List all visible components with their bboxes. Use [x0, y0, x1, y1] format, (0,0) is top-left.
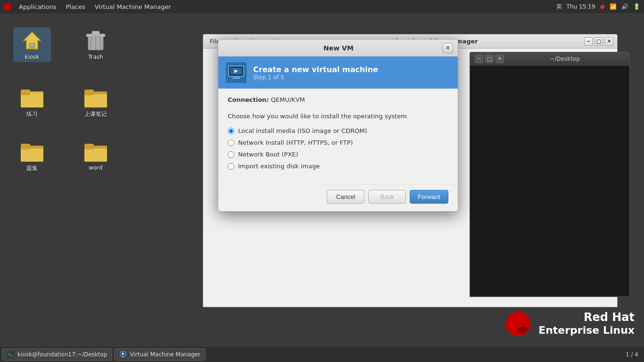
new-vm-dialog: New VM ✕ Create a new virtual machine St… — [218, 39, 458, 212]
home-icon — [21, 29, 43, 52]
redhat-logo: Red Hat Enterprise Linux — [504, 310, 635, 337]
taskbar: kiosk@foundation17:~/Desktop Virtual Mac… — [0, 347, 644, 362]
svg-rect-11 — [21, 94, 43, 107]
terminal-controls: ─ □ ✕ — [474, 55, 504, 63]
topbar-left: Applications Places Virtual Machine Mana… — [4, 2, 175, 11]
svg-rect-17 — [84, 91, 107, 93]
record-dot: ● — [600, 3, 605, 10]
step-subtitle: Step 1 of 5 — [253, 74, 378, 81]
svg-rect-31 — [232, 77, 240, 79]
terminal-minimize[interactable]: ─ — [475, 55, 483, 63]
topbar-right: 英 Thu 15:19 ● 📶 🔊 🔋 — [556, 3, 640, 11]
taskbar-terminal[interactable]: kiosk@foundation17:~/Desktop — [2, 348, 112, 361]
battery-icon: 🔋 — [633, 3, 640, 10]
terminal-title: ~/Desktop — [504, 56, 626, 62]
cancel-button[interactable]: Cancel — [327, 190, 364, 204]
svg-rect-13 — [21, 91, 43, 93]
back-button[interactable]: Back — [368, 190, 406, 204]
label-local[interactable]: Local install media (ISO image or CDROM) — [238, 127, 367, 134]
redhat-text: Red Hat Enterprise Linux — [538, 311, 635, 337]
vmm-window-controls: ─ □ ✕ — [583, 37, 613, 46]
svg-rect-25 — [84, 146, 107, 148]
dialog-body: Connection: QEMU/KVM Choose how you woul… — [218, 89, 458, 184]
forward-button[interactable]: Forward — [410, 190, 448, 204]
desktop-icon-word[interactable]: word — [77, 138, 115, 173]
terminal-content[interactable] — [470, 66, 629, 73]
connection-label: Connection: — [228, 96, 269, 103]
svg-rect-2 — [30, 42, 34, 46]
label-network-boot[interactable]: Network Boot (PXE) — [238, 151, 298, 158]
svg-rect-19 — [21, 148, 43, 162]
svg-rect-8 — [92, 31, 99, 35]
kiosk-label: kiosk — [25, 54, 40, 60]
tiji-label: 题集 — [26, 165, 38, 173]
step-header: Create a new virtual machine Step 1 of 5 — [218, 57, 458, 89]
vmm-minimize-button[interactable]: ─ — [584, 37, 593, 46]
folder-tiji-icon — [21, 140, 43, 163]
desktop-icon-trash[interactable]: Trash — [77, 27, 115, 62]
menu-applications[interactable]: Applications — [15, 2, 60, 11]
trash-icon — [84, 29, 107, 52]
taskbar-terminal-label: kiosk@foundation17:~/Desktop — [17, 351, 107, 358]
menu-places[interactable]: Places — [62, 2, 89, 11]
dialog-close-button[interactable]: ✕ — [443, 43, 453, 53]
vm-icon — [228, 65, 245, 80]
audio-icon: 🔊 — [621, 3, 628, 10]
vmm-maximize-button[interactable]: □ — [594, 37, 603, 46]
trash-label: Trash — [88, 54, 103, 60]
topbar: Applications Places Virtual Machine Mana… — [0, 0, 644, 13]
dialog-buttons: Cancel Back Forward — [218, 184, 458, 211]
svg-rect-36 — [122, 356, 124, 357]
radio-local[interactable] — [228, 128, 234, 134]
wifi-icon: 📶 — [610, 3, 617, 10]
svg-rect-23 — [84, 148, 107, 162]
option-network-boot[interactable]: Network Boot (PXE) — [228, 151, 448, 158]
datetime: Thu 15:19 — [567, 3, 595, 10]
svg-rect-15 — [84, 94, 107, 107]
radio-network-install[interactable] — [228, 140, 234, 146]
menu-vmm[interactable]: Virtual Machine Manager — [91, 2, 175, 11]
vmm-close-button[interactable]: ✕ — [605, 37, 613, 46]
word-label: word — [89, 165, 103, 171]
redhat-line1: Red Hat — [538, 311, 635, 324]
folder-lianxi-icon — [21, 86, 43, 108]
vmm-taskbar-icon — [119, 351, 127, 358]
terminal-close[interactable]: ✕ — [495, 55, 504, 63]
instruction-text: Choose how you would like to install the… — [228, 113, 448, 120]
desktop-icon-kiosk[interactable]: kiosk — [13, 27, 51, 62]
lianxi-label: 练习 — [26, 110, 38, 118]
taskbar-vmm-label: Virtual Machine Manager — [130, 351, 200, 358]
redhat-fedora-icon — [504, 310, 532, 337]
desktop-icon-lianxi[interactable]: 练习 — [13, 84, 51, 120]
desktop-icon-tiji[interactable]: 题集 — [13, 138, 51, 174]
lang-indicator[interactable]: 英 — [556, 3, 562, 11]
folder-shangke-icon — [84, 86, 107, 108]
label-network-install[interactable]: Network Install (HTTP, HTTPS, or FTP) — [238, 139, 353, 146]
shangke-label: 上课笔记 — [84, 110, 107, 118]
terminal-window: ─ □ ✕ ~/Desktop — [470, 52, 630, 297]
option-network-install[interactable]: Network Install (HTTP, HTTPS, or FTP) — [228, 139, 448, 146]
step-title: Create a new virtual machine — [253, 65, 378, 74]
taskbar-page-indicator: 1 / 4 — [626, 351, 642, 358]
step-icon — [226, 62, 247, 83]
dialog-titlebar: New VM ✕ — [218, 40, 458, 57]
redhat-line2: Enterprise Linux — [538, 324, 635, 337]
label-import-disk[interactable]: Import existing disk image — [238, 163, 320, 170]
folder-word-icon — [84, 140, 107, 163]
step-header-text: Create a new virtual machine Step 1 of 5 — [253, 65, 378, 81]
svg-rect-21 — [21, 146, 43, 148]
terminal-taskbar-icon — [7, 351, 15, 358]
option-local[interactable]: Local install media (ISO image or CDROM) — [228, 127, 448, 134]
radio-network-boot[interactable] — [228, 151, 234, 158]
connection-value: QEMU/KVM — [271, 96, 305, 103]
redhat-menu-icon — [4, 3, 11, 10]
radio-import-disk[interactable] — [228, 163, 234, 170]
terminal-titlebar: ─ □ ✕ ~/Desktop — [470, 52, 629, 66]
taskbar-vmm[interactable]: Virtual Machine Manager — [114, 348, 206, 361]
dialog-title: New VM — [234, 44, 443, 52]
option-import-disk[interactable]: Import existing disk image — [228, 163, 448, 170]
desktop-icon-shangke[interactable]: 上课笔记 — [77, 84, 115, 120]
terminal-maximize[interactable]: □ — [485, 55, 494, 63]
desktop: kiosk Trash — [0, 13, 644, 347]
connection-row: Connection: QEMU/KVM — [228, 96, 448, 103]
